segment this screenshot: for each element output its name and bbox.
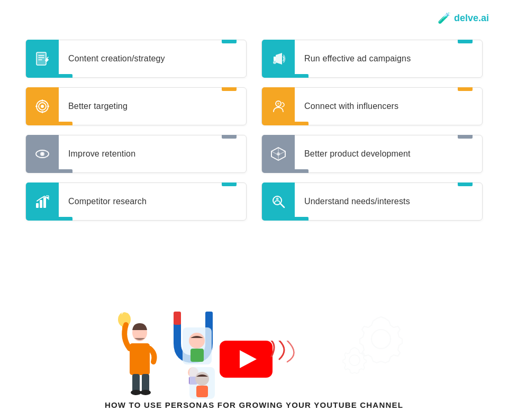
card-icon-content xyxy=(26,40,59,78)
card-label-influencer: Connect with influencers xyxy=(295,102,408,111)
svg-line-27 xyxy=(280,204,284,207)
card-label-competitor: Competitor research xyxy=(59,197,156,206)
card-understand-needs[interactable]: Understand needs/interests xyxy=(261,182,483,221)
svg-rect-49 xyxy=(196,386,208,397)
svg-point-18 xyxy=(277,152,280,156)
attracted-person xyxy=(183,327,212,364)
youtube-button xyxy=(220,341,273,378)
logo-icon: 🧪 xyxy=(438,12,451,24)
illustration-container xyxy=(69,290,439,396)
svg-rect-32 xyxy=(130,343,150,375)
svg-point-14 xyxy=(277,103,279,105)
svg-point-17 xyxy=(41,153,43,155)
svg-line-4 xyxy=(47,57,48,58)
svg-rect-19 xyxy=(36,203,39,208)
card-icon-product xyxy=(262,135,295,173)
card-icon-needs xyxy=(262,182,295,221)
card-run-ad-campaigns[interactable]: Run effective ad campaigns xyxy=(261,40,483,78)
sound-waves xyxy=(269,341,311,372)
card-content-creation[interactable]: Content creation/strategy xyxy=(25,40,247,78)
svg-point-48 xyxy=(195,372,209,386)
card-better-targeting[interactable]: Better targeting xyxy=(25,87,247,125)
illustration-area: HOW TO USE PERSONAS FOR GROWING YOUR YOU… xyxy=(0,290,508,409)
card-label-ad: Run effective ad campaigns xyxy=(295,54,420,63)
card-icon-ad xyxy=(262,40,295,78)
svg-rect-38 xyxy=(174,312,181,325)
svg-rect-20 xyxy=(40,200,42,208)
svg-rect-39 xyxy=(205,312,213,325)
attracted-person-2 xyxy=(189,367,215,399)
svg-point-37 xyxy=(140,390,151,395)
card-label-targeting: Better targeting xyxy=(59,102,137,111)
page-title: HOW TO USE PERSONAS FOR GROWING YOUR YOU… xyxy=(105,400,403,409)
logo: 🧪 delve.ai xyxy=(438,12,489,24)
logo-text: delve.ai xyxy=(454,13,489,24)
card-label-retention: Improve retention xyxy=(59,149,145,159)
card-connect-influencers[interactable]: Connect with influencers xyxy=(261,87,483,125)
card-competitor-research[interactable]: Competitor research xyxy=(25,182,247,221)
svg-rect-35 xyxy=(142,374,149,392)
svg-rect-34 xyxy=(132,374,140,392)
svg-point-45 xyxy=(189,333,205,349)
card-improve-retention[interactable]: Improve retention xyxy=(25,135,247,173)
svg-point-8 xyxy=(41,105,44,108)
card-label-product: Better product development xyxy=(295,149,420,159)
card-icon-retention xyxy=(26,135,59,173)
svg-point-26 xyxy=(276,198,279,200)
person-illustration xyxy=(111,301,169,396)
svg-point-29 xyxy=(349,355,360,366)
gear-decoration xyxy=(323,296,429,391)
svg-rect-46 xyxy=(190,349,204,362)
svg-rect-0 xyxy=(37,52,46,65)
cards-grid: Content creation/strategy Run effective … xyxy=(25,40,483,221)
card-label-content: Content creation/strategy xyxy=(59,54,175,63)
card-icon-targeting xyxy=(26,87,59,125)
svg-point-5 xyxy=(273,61,276,64)
svg-rect-21 xyxy=(43,197,46,208)
card-label-needs: Understand needs/interests xyxy=(295,197,420,206)
svg-point-28 xyxy=(371,330,391,349)
card-icon-competitor xyxy=(26,182,59,221)
card-icon-influencer xyxy=(262,87,295,125)
svg-point-36 xyxy=(131,390,141,395)
card-better-product[interactable]: Better product development xyxy=(261,135,483,173)
